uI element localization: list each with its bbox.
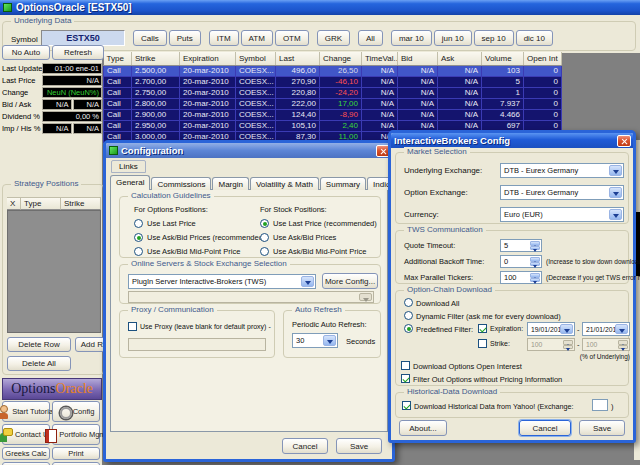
save-button[interactable]: Save [336, 438, 382, 454]
dynamic-filter-radio[interactable] [404, 311, 413, 320]
strategy-column-type[interactable]: Type [21, 197, 61, 210]
filter-button-dic-10[interactable]: dic 10 [516, 30, 553, 46]
expiration-to-select[interactable]: 21/01/2011 [582, 322, 630, 336]
column-header-symbol[interactable]: Symbol [236, 52, 276, 65]
column-header-volume[interactable]: Volume [482, 52, 524, 65]
strategy-column-strike[interactable]: Strike [61, 197, 101, 210]
column-header-bid[interactable]: Bid [398, 52, 438, 65]
underlying-exchange-select[interactable]: DTB - Eurex Germany [500, 163, 624, 178]
column-header-ask[interactable]: Ask [438, 52, 482, 65]
contact-us-button[interactable]: Contact Us [2, 424, 50, 445]
radio-icon[interactable] [134, 219, 143, 228]
column-header-timeval[interactable]: TimeVal... [362, 52, 398, 65]
options-positions-option-use-ask-bid-prices-recommended[interactable]: Use Ask/Bid Prices (recommended) [134, 232, 265, 242]
filter-button-all[interactable]: All [358, 30, 383, 46]
stock-positions-option-use-last-price-recommended[interactable]: Use Last Price (recommended) [260, 218, 377, 228]
column-header-change[interactable]: Change [320, 52, 362, 65]
refresh-interval-select[interactable]: 30 [292, 333, 338, 348]
tab-general[interactable]: General [110, 175, 150, 190]
strike-checkbox[interactable] [478, 339, 487, 348]
tab-margin[interactable]: Margin [212, 177, 248, 190]
currency-select[interactable]: Euro (EUR) [500, 207, 624, 222]
use-proxy-checkbox[interactable] [128, 322, 137, 331]
table-row[interactable]: Call2.500,0020-mar-2010COESX...496,0026,… [104, 65, 562, 76]
options-positions-option-use-ask-bid-mid-point-price[interactable]: Use Ask/Bid Mid-Point Price [134, 246, 240, 256]
save-button[interactable]: Save [579, 420, 625, 436]
spinner-up-icon[interactable] [530, 273, 540, 278]
tab-volatility-math[interactable]: Volatility & Math [250, 177, 319, 190]
cell-timeval: N/A [362, 76, 398, 87]
column-header-last[interactable]: Last [276, 52, 320, 65]
spinner-up-icon[interactable] [530, 257, 540, 262]
no-auto-button[interactable]: No Auto [2, 45, 50, 60]
delete-row-button[interactable]: Delete Row [7, 337, 71, 352]
print-button[interactable]: Print [52, 447, 100, 460]
max-parallel-tickers-spinner[interactable]: 100 [500, 271, 542, 284]
filter-button-otm[interactable]: OTM [275, 30, 309, 46]
quote-timeout-spinner[interactable]: 5 [500, 239, 542, 252]
predefined-filter-radio[interactable] [404, 324, 413, 333]
tab-summary[interactable]: Summary [320, 177, 366, 190]
option-exchange-select[interactable]: DTB - Eurex Germany [500, 185, 624, 200]
radio-icon[interactable] [260, 219, 269, 228]
tws-communication-group: TWS Communication Quote Timeout:5Additio… [395, 230, 629, 284]
tab-commissions[interactable]: Commissions [151, 177, 211, 190]
underlying-exchange-label: Underlying Exchange: [404, 166, 482, 175]
stock-positions-option-use-ask-bid-prices[interactable]: Use Ask/Bid Prices [260, 232, 336, 242]
yahoo-download-checkbox[interactable] [402, 401, 411, 410]
menu-links[interactable]: Links [111, 160, 146, 173]
yahoo-exchange-input[interactable] [592, 399, 608, 411]
symbol-value[interactable]: ESTX50 [41, 30, 125, 46]
spinner-down-icon[interactable] [530, 262, 540, 267]
column-header-expiration[interactable]: Expiration [180, 52, 236, 65]
table-row[interactable]: Call2.750,0020-mar-2010COESX...220,80-24… [104, 87, 562, 98]
radio-icon[interactable] [260, 233, 269, 242]
refresh-button[interactable]: Refresh [52, 45, 104, 60]
table-row[interactable]: Call2.700,0020-mar-2010COESX...270,90-46… [104, 76, 562, 87]
column-header-type[interactable]: Type [104, 52, 132, 65]
more-config-button[interactable]: More Config... [322, 273, 378, 289]
cancel-button[interactable]: Cancel [519, 420, 571, 436]
delete-all-button[interactable]: Delete All [7, 356, 71, 371]
download-all-radio[interactable] [404, 298, 413, 307]
about-button[interactable]: About... [399, 420, 447, 436]
tutorial-icon [0, 405, 10, 419]
spinner-down-icon[interactable] [530, 246, 540, 251]
config-button[interactable]: Config [52, 401, 100, 422]
strategy-column-x[interactable]: X [7, 197, 21, 210]
filter-button-itm[interactable]: ITM [209, 30, 239, 46]
open-interest-checkbox[interactable] [401, 361, 410, 370]
filter-button-calls[interactable]: Calls [133, 30, 167, 46]
filter-out-checkbox[interactable] [401, 374, 410, 383]
greeks-calc-button[interactable]: Greeks Calc [2, 447, 50, 460]
portfolio-mgmt-button[interactable]: Portfolio Mgmt [52, 424, 100, 445]
stock-positions-option-use-ask-bid-mid-point-price[interactable]: Use Ask/Bid Mid-Point Price [260, 246, 366, 256]
column-header-open-int[interactable]: Open Int [524, 52, 562, 65]
expiration-checkbox[interactable] [478, 324, 487, 333]
spinner-down-icon[interactable] [530, 278, 540, 283]
expiration-from-select[interactable]: 19/01/2010 [527, 322, 575, 336]
filter-button-grk[interactable]: GRK [317, 30, 350, 46]
spinner-up-icon[interactable] [530, 241, 540, 246]
cancel-button[interactable]: Cancel [282, 438, 328, 454]
radio-icon[interactable] [134, 247, 143, 256]
table-row[interactable]: Call2.800,0020-mar-2010COESX...222,0017,… [104, 98, 562, 109]
additional-backoff-time-spinner[interactable]: 0 [500, 255, 542, 268]
radio-icon[interactable] [134, 233, 143, 242]
strategy-table-body[interactable] [7, 210, 101, 333]
cell-timeval: N/A [362, 65, 398, 76]
window-title: OptionsOracle [ESTX50] [16, 2, 132, 13]
column-header-strike[interactable]: Strike [132, 52, 180, 65]
filter-button-sep-10[interactable]: sep 10 [474, 30, 514, 46]
filter-button-jun-10[interactable]: jun 10 [434, 30, 472, 46]
filter-button-puts[interactable]: Puts [169, 30, 201, 46]
filter-button-mar-10[interactable]: mar 10 [391, 30, 432, 46]
options-positions-option-use-last-price[interactable]: Use Last Price [134, 218, 196, 228]
start-tutorial-button[interactable]: Start Tutorial [2, 401, 50, 422]
close-icon[interactable] [617, 135, 631, 147]
server-select[interactable]: PlugIn Server Interactive-Brokers (TWS) [128, 274, 316, 289]
filter-button-atm[interactable]: ATM [241, 30, 273, 46]
table-row[interactable]: Call2.900,0020-mar-2010COESX...124,40-8,… [104, 109, 562, 120]
stat-value: N/A [42, 99, 72, 110]
radio-icon[interactable] [260, 247, 269, 256]
